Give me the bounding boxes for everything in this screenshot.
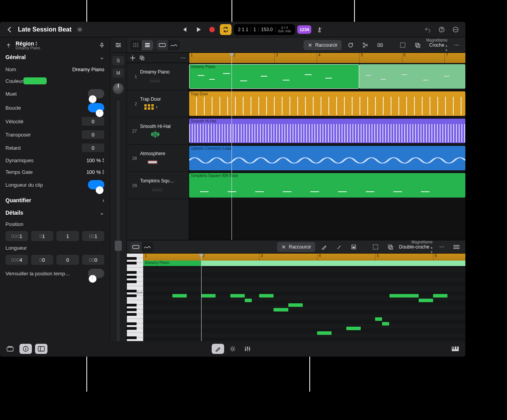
- track-lane[interactable]: Uptown Conveyor Lead: [189, 145, 465, 172]
- chevron-right-icon[interactable]: ›: [156, 104, 158, 110]
- help-button[interactable]: [436, 24, 447, 35]
- lcd-tempo[interactable]: 153.0: [259, 27, 275, 32]
- velocity-button[interactable]: [348, 242, 360, 252]
- name-value[interactable]: Dreamy Piano: [72, 66, 104, 72]
- automation-view-button[interactable]: [168, 40, 180, 50]
- pos-bars[interactable]: 00000011: [5, 231, 28, 241]
- midi-note[interactable]: [404, 294, 419, 298]
- pr-more-button[interactable]: ⋯: [436, 242, 447, 252]
- region[interactable]: Smooth Hi-Hat: [189, 119, 465, 143]
- region[interactable]: Tompkins Square 808 Bass: [189, 173, 465, 198]
- info-button[interactable]: [19, 344, 32, 354]
- snap-control[interactable]: Magnétisme Croche ▴▾: [426, 38, 447, 52]
- track-header[interactable]: 2 Trap Door ›: [127, 90, 189, 117]
- track-header[interactable]: 28 Atmosphere: [127, 145, 189, 172]
- pr-list-icon[interactable]: [451, 242, 462, 252]
- marquee-button[interactable]: [397, 40, 409, 50]
- record-button[interactable]: [207, 24, 218, 35]
- section-general[interactable]: Général: [5, 54, 26, 60]
- section-quantize[interactable]: Quantifier: [5, 197, 31, 203]
- midi-note[interactable]: [288, 303, 303, 307]
- pos-beats[interactable]: 01: [31, 231, 54, 241]
- lock-switch[interactable]: [88, 269, 104, 278]
- delay-field[interactable]: 0: [82, 144, 104, 152]
- transpose-field[interactable]: 0: [82, 130, 104, 139]
- keyboard-button[interactable]: [449, 344, 461, 354]
- midi-note[interactable]: [259, 294, 274, 298]
- midi-note[interactable]: [201, 294, 216, 298]
- midi-note[interactable]: [274, 308, 288, 312]
- mute-button[interactable]: M: [112, 68, 124, 78]
- split-ab-button[interactable]: [374, 40, 386, 50]
- view-list-button[interactable]: [142, 40, 153, 50]
- undo-button[interactable]: [422, 24, 433, 35]
- track-header[interactable]: 27 Smooth Hi-Hat: [127, 117, 189, 145]
- midi-note[interactable]: [389, 294, 404, 298]
- playhead[interactable]: [232, 53, 232, 240]
- loop-tool-button[interactable]: [345, 40, 356, 50]
- cliplen-switch[interactable]: [88, 180, 104, 189]
- count-in-badge[interactable]: 1234: [297, 25, 311, 34]
- tracklist-more-button[interactable]: ⋯: [181, 55, 186, 61]
- region-loop[interactable]: [359, 64, 465, 89]
- stepper-icon[interactable]: ▴▾: [102, 169, 104, 175]
- solo-button[interactable]: S: [112, 56, 124, 65]
- midi-note[interactable]: [317, 331, 332, 335]
- region[interactable]: Uptown Conveyor Lead: [189, 146, 465, 170]
- midi-note[interactable]: [382, 322, 389, 326]
- len-div[interactable]: 0: [56, 255, 79, 265]
- pr-automation-view[interactable]: [142, 242, 153, 252]
- pr-ruler[interactable]: 1 2 3 4 5 6: [143, 254, 465, 261]
- lcd-display[interactable]: 2 1 1 1 153.0 4 / 4 Sol♭ min: [234, 24, 295, 35]
- pos-tick[interactable]: 001: [82, 231, 105, 241]
- edit-button[interactable]: [212, 344, 224, 354]
- pr-snap-control[interactable]: Magnétisme Double-croche ▴▾: [399, 240, 433, 254]
- scissors-button[interactable]: [360, 40, 371, 50]
- track-lane[interactable]: Dreamy Piano: [189, 63, 465, 90]
- midi-note[interactable]: [433, 294, 447, 298]
- midi-note[interactable]: [245, 299, 252, 302]
- back-button[interactable]: [4, 24, 16, 35]
- duplicate-track-button[interactable]: [139, 55, 145, 61]
- add-track-button[interactable]: [130, 55, 135, 61]
- track-header[interactable]: 1 Dreamy Piano: [127, 63, 189, 90]
- fx-button[interactable]: [226, 344, 239, 354]
- more-menu-button[interactable]: [450, 24, 461, 35]
- midi-note[interactable]: [172, 294, 187, 298]
- pr-copy-button[interactable]: [384, 242, 396, 252]
- volume-fader[interactable]: [117, 100, 120, 343]
- len-bars[interactable]: 0004: [5, 255, 28, 265]
- section-details[interactable]: Détails: [5, 210, 23, 216]
- stepper-icon[interactable]: ▴▾: [35, 41, 37, 46]
- gate-value[interactable]: 100 %: [86, 169, 101, 175]
- mixer-button[interactable]: [241, 344, 254, 354]
- midi-note[interactable]: [419, 299, 433, 302]
- rewind-button[interactable]: [179, 24, 190, 35]
- pr-region-view[interactable]: [130, 242, 142, 252]
- color-swatch[interactable]: [23, 77, 47, 84]
- pencil-button[interactable]: [318, 242, 330, 252]
- pr-trim-tool[interactable]: Raccourcir: [277, 242, 315, 252]
- filter-icon[interactable]: [112, 40, 124, 51]
- inspector-up-icon[interactable]: [5, 42, 12, 49]
- lcd-beat[interactable]: 1: [251, 27, 259, 32]
- mute-switch[interactable]: [88, 89, 104, 98]
- pan-knob[interactable]: [113, 83, 124, 94]
- panels-button[interactable]: [35, 344, 47, 354]
- midi-note[interactable]: [346, 327, 361, 330]
- track-lane[interactable]: Smooth Hi-Hat: [189, 117, 465, 145]
- len-tick[interactable]: 000: [82, 255, 105, 265]
- brush-button[interactable]: [333, 242, 345, 252]
- project-menu-icon[interactable]: [77, 27, 82, 32]
- region[interactable]: Trap Door: [189, 91, 465, 116]
- len-beats[interactable]: 00: [31, 255, 54, 265]
- copy-button[interactable]: [412, 40, 423, 50]
- stepper-icon[interactable]: ▴▾: [102, 158, 104, 163]
- trim-tool[interactable]: Raccourcir: [303, 40, 341, 50]
- arrange-canvas[interactable]: 1 2 3 4 5 6 7 Dreamy Piano: [189, 53, 465, 240]
- pr-marquee-button[interactable]: [370, 242, 381, 252]
- pin-button[interactable]: [99, 42, 105, 49]
- arrange-more-button[interactable]: ⋯: [451, 40, 462, 50]
- dynamics-value[interactable]: 100 %: [86, 158, 101, 163]
- midi-note[interactable]: [375, 317, 382, 321]
